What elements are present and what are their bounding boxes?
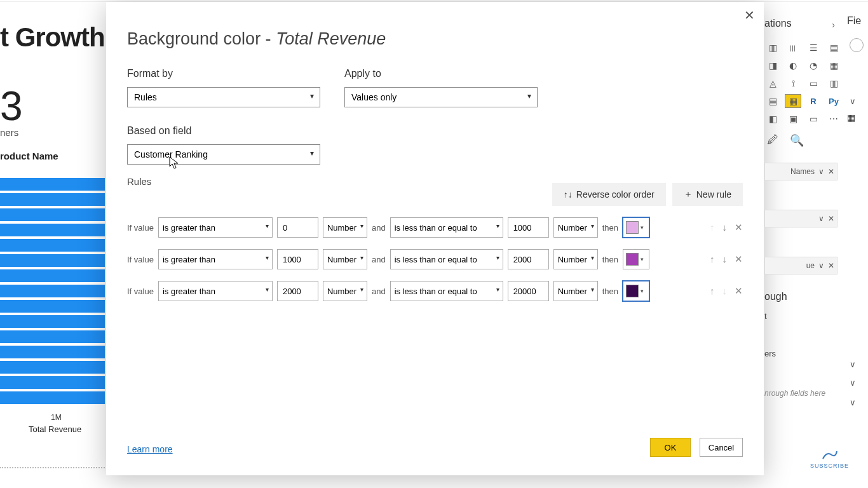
rule-color-swatch[interactable]: ▾ — [623, 281, 649, 301]
format-tab-icon[interactable]: 🔍 — [790, 133, 804, 147]
chevron-down-icon[interactable]: ∨ — [850, 360, 856, 369]
format-by-select[interactable]: Rules — [127, 87, 320, 107]
apply-to-select[interactable]: Values only — [344, 87, 538, 107]
rule-min-type-select[interactable]: Number — [323, 249, 367, 269]
viz-icon[interactable]: ◐ — [785, 58, 801, 72]
viz-icon[interactable]: ◧ — [764, 112, 781, 126]
rule-max-op-select[interactable]: is less than or equal to — [390, 217, 503, 238]
rule-max-op-select[interactable]: is less than or equal to — [390, 249, 503, 269]
then-text: then — [602, 223, 618, 233]
close-icon[interactable]: ✕ — [744, 8, 755, 23]
move-up-icon: ↑ — [710, 222, 715, 233]
search-icon[interactable] — [850, 38, 864, 52]
remove-field-icon[interactable]: ✕ — [828, 167, 834, 176]
remove-field-icon[interactable]: ✕ — [828, 261, 834, 270]
rule-min-op-select[interactable]: is greater than — [158, 281, 273, 301]
rule-min-value-input[interactable] — [277, 249, 318, 269]
field-well-label: ue — [806, 261, 815, 270]
chevron-right-icon[interactable]: › — [832, 20, 835, 30]
drillthrough-header: ough — [764, 291, 837, 302]
viz-icon[interactable]: ▥ — [764, 41, 781, 55]
viz-icon[interactable]: ▭ — [805, 112, 822, 126]
dialog-title-prefix: Background color - — [127, 29, 276, 48]
rule-min-op-select[interactable]: is greater than — [158, 217, 273, 238]
cancel-button[interactable]: Cancel — [700, 438, 743, 457]
reverse-color-order-button[interactable]: ↑↓Reverse color order — [552, 183, 666, 206]
viz-icon[interactable]: ⟟ — [785, 76, 801, 90]
chevron-down-icon[interactable]: ∨ — [850, 378, 856, 388]
rule-min-type-select[interactable]: Number — [323, 281, 367, 301]
rule-max-type-select[interactable]: Number — [553, 217, 598, 238]
delete-rule-icon[interactable]: ✕ — [735, 254, 743, 265]
viz-icon[interactable]: ⫼ — [785, 41, 801, 55]
apply-to-label: Apply to — [344, 68, 538, 79]
bar-chart-bars — [0, 178, 105, 407]
if-value-text: If value — [127, 287, 154, 296]
viz-icon[interactable]: ◨ — [764, 58, 781, 72]
rule-min-op-select[interactable]: is greater than — [158, 249, 273, 269]
field-well-item[interactable]: Names ∨ ✕ — [764, 163, 837, 180]
fields-tab-icon[interactable]: 🖉 — [767, 133, 778, 147]
viz-icon[interactable]: ▥ — [825, 76, 842, 90]
rule-max-type-select[interactable]: Number — [553, 249, 598, 269]
remove-field-icon[interactable]: ✕ — [828, 214, 834, 223]
viz-icon[interactable]: ▤ — [764, 94, 781, 108]
conditional-formatting-dialog: ✕ Background color - Total Revenue Forma… — [106, 2, 764, 475]
and-text: and — [372, 223, 386, 233]
based-on-field-label: Based on field — [127, 125, 743, 137]
subscribe-watermark: SUBSCRIBE — [810, 449, 849, 469]
report-title-fragment: t Growth — [0, 22, 105, 53]
viz-icon[interactable]: ▭ — [805, 76, 822, 90]
move-up-icon[interactable]: ↑ — [710, 285, 715, 297]
delete-rule-icon[interactable]: ✕ — [735, 285, 743, 297]
viz-icon[interactable]: ☰ — [805, 41, 822, 55]
rule-min-value-input[interactable] — [277, 281, 318, 301]
rule-max-type-select[interactable]: Number — [553, 281, 598, 301]
new-rule-button[interactable]: ＋New rule — [672, 183, 743, 206]
rule-min-value-input[interactable] — [277, 217, 318, 238]
chevron-down-icon[interactable]: ∨ — [818, 214, 824, 223]
rule-max-value-input[interactable] — [508, 217, 549, 238]
chart-x-tick: 1M — [51, 413, 62, 422]
visualizations-pane: ations› ▥ ⫼ ☰ ▤ ◨ ◐ ◔ ▦ ◬ ⟟ ▭ ▥ ▤ ▦ R Py… — [764, 15, 837, 398]
rule-max-op-select[interactable]: is less than or equal to — [390, 281, 503, 301]
field-well-item[interactable]: ∨ ✕ — [764, 210, 837, 227]
and-text: and — [372, 287, 386, 296]
then-text: then — [602, 255, 618, 264]
viz-icon[interactable]: ◬ — [764, 76, 781, 90]
rule-color-swatch[interactable]: ▾ — [623, 217, 649, 238]
move-down-icon[interactable]: ↓ — [722, 254, 728, 265]
if-value-text: If value — [127, 255, 154, 264]
delete-rule-icon[interactable]: ✕ — [735, 222, 743, 233]
rule-max-value-input[interactable] — [508, 249, 549, 269]
viz-icon[interactable]: ▦ — [825, 58, 842, 72]
visualizations-header: ations› — [764, 15, 837, 32]
sort-icon: ↑↓ — [564, 189, 573, 200]
chevron-down-icon[interactable]: ∨ — [850, 97, 856, 106]
viz-icon-selected[interactable]: ▦ — [785, 94, 801, 108]
drag-fields-hint: nrough fields here — [764, 389, 837, 398]
drillthrough-sub: t — [764, 311, 837, 321]
tooltip-item: ers — [764, 349, 837, 358]
viz-icon[interactable]: ▣ — [785, 112, 801, 126]
chevron-down-icon[interactable]: ∨ — [850, 398, 856, 407]
card-value: 3 — [0, 83, 23, 130]
viz-r-icon[interactable]: R — [805, 94, 822, 108]
learn-more-link[interactable]: Learn more — [127, 444, 173, 454]
table-icon[interactable]: ▦ — [847, 112, 855, 123]
move-down-icon[interactable]: ↓ — [722, 222, 728, 233]
dialog-title: Background color - Total Revenue — [127, 29, 743, 49]
rule-max-value-input[interactable] — [508, 281, 549, 301]
rule-color-swatch[interactable]: ▾ — [623, 249, 649, 269]
chevron-down-icon[interactable]: ∨ — [818, 167, 824, 176]
viz-python-icon[interactable]: Py — [825, 94, 842, 108]
rule-min-type-select[interactable]: Number — [323, 217, 367, 238]
viz-icon[interactable]: ▤ — [825, 41, 842, 55]
viz-icon[interactable]: ◔ — [805, 58, 822, 72]
ok-button[interactable]: OK — [650, 438, 691, 457]
field-well-item[interactable]: ue ∨ ✕ — [764, 257, 837, 274]
based-on-field-select[interactable]: Customer Ranking — [127, 144, 320, 165]
move-up-icon[interactable]: ↑ — [710, 254, 715, 265]
viz-more-icon[interactable]: ⋯ — [825, 112, 842, 126]
chevron-down-icon[interactable]: ∨ — [818, 261, 824, 270]
